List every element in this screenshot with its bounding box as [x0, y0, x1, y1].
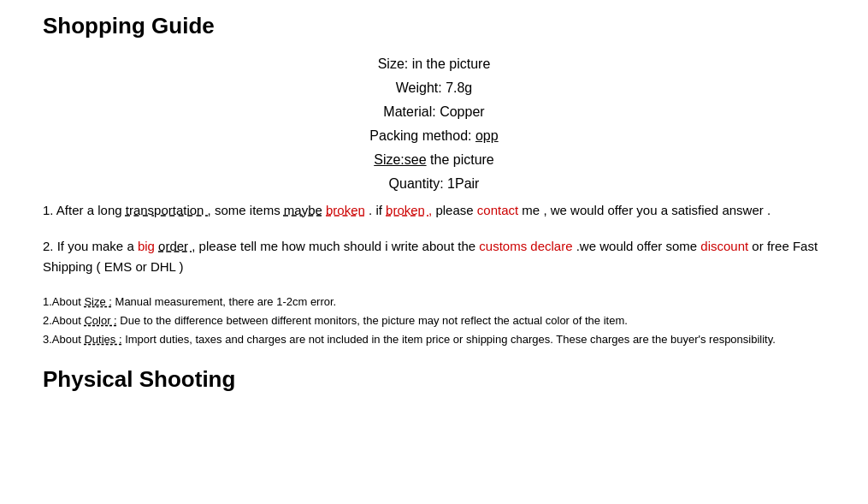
note1-text: Manual measurement, there are 1-2cm erro…	[112, 295, 336, 308]
weight-value: 7.8g	[446, 80, 472, 95]
p1-broken1: broken	[326, 203, 365, 217]
p1-text-mid1: some items	[211, 203, 284, 217]
physical-shooting-title: Physical Shooting	[43, 366, 825, 393]
weight-label: Weight:	[396, 80, 442, 95]
p1-text-before: 1. After a long	[43, 203, 126, 217]
quantity-value: 1Pair	[447, 176, 479, 191]
paragraph-1: 1. After a long transportation , some it…	[43, 200, 825, 221]
p2-big: big	[138, 239, 155, 253]
quantity-label: Quantity:	[389, 176, 444, 191]
size-value: in the picture	[412, 56, 491, 71]
p2-discount: discount	[700, 239, 748, 253]
note3-duties: Duties :	[84, 333, 121, 346]
p1-text-mid3: please	[432, 203, 477, 217]
note3-about: 3.About	[43, 333, 84, 346]
note2-text: Due to the difference between different …	[117, 314, 628, 327]
note-1: 1.About Size : Manual measurement, there…	[43, 293, 825, 311]
note1-about: 1.About	[43, 295, 84, 308]
p2-text-before: 2. If you make a	[43, 239, 138, 253]
paragraph-2: 2. If you make a big order , please tell…	[43, 236, 825, 277]
p2-text-mid1: please tell me how much should i write a…	[195, 239, 479, 253]
packing-value: opp	[475, 128, 499, 143]
note1-size: Size :	[84, 295, 112, 308]
p1-text-end: me , we would offer you a satisfied answ…	[518, 203, 771, 217]
packing-info: Packing method: opp	[43, 128, 825, 144]
size-info: Size: in the picture	[43, 56, 825, 72]
material-label: Material:	[383, 104, 435, 119]
p1-text-mid2: . if	[365, 203, 386, 217]
material-info: Material: Copper	[43, 104, 825, 120]
p2-text-mid2: .we would offer some	[573, 239, 701, 253]
packing-label: Packing method:	[369, 128, 471, 143]
note-3: 3.About Duties : Import duties, taxes an…	[43, 330, 825, 349]
note3-text: Import duties, taxes and charges are not…	[122, 333, 776, 346]
p1-transportation: transportation ,	[126, 203, 211, 217]
p1-maybe: maybe	[284, 203, 322, 217]
p1-contact: contact	[477, 203, 518, 217]
sizeref-info: Size:see the picture	[43, 152, 825, 168]
note-2: 2.About Color : Due to the difference be…	[43, 311, 825, 330]
page-title: Shopping Guide	[43, 13, 825, 39]
note2-about: 2.About	[43, 314, 84, 327]
material-value: Copper	[440, 104, 484, 119]
p1-broken2: broken ,	[386, 203, 432, 217]
notes-section: 1.About Size : Manual measurement, there…	[43, 293, 825, 349]
size-label: Size:	[378, 56, 409, 71]
p2-customs: customs declare	[479, 239, 572, 253]
sizeref-label: Size:see	[374, 152, 426, 167]
note2-color: Color :	[84, 314, 116, 327]
quantity-info: Quantity: 1Pair	[43, 176, 825, 192]
weight-info: Weight: 7.8g	[43, 80, 825, 96]
sizeref-value-text: the picture	[430, 152, 494, 167]
p2-order: order ,	[158, 239, 195, 253]
